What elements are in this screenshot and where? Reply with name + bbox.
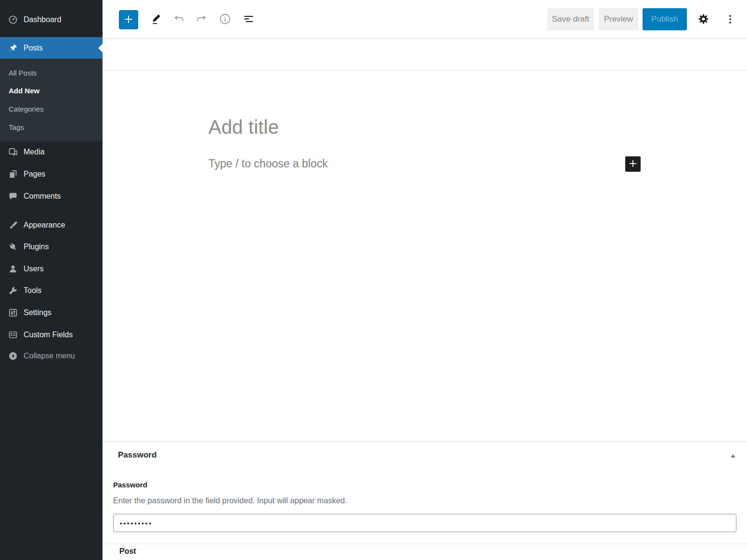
edit-mode-button[interactable] [149,13,162,26]
settings-gear-icon [697,13,710,27]
save-draft-button[interactable]: Save draft [547,8,594,30]
sidebar-item-label: Custom Fields [24,331,73,339]
add-block-button[interactable] [119,10,138,29]
redo-button[interactable] [195,13,207,26]
sidebar-item-appearance[interactable]: Appearance [0,214,103,236]
plug-icon [8,242,18,252]
pushpin-icon [8,43,18,53]
posts-submenu: All Posts Add New Categories Tags [0,59,103,141]
editor-content: Save draft Preview Publish Add title Typ… [103,0,747,560]
table-icon [8,330,18,340]
sidebar-item-label: Appearance [24,221,65,229]
submenu-item-label: Categories [9,105,44,113]
sidebar-item-collapse-menu[interactable]: Collapse menu [0,345,103,367]
collapse-triangle-icon [731,454,735,458]
sidebar-item-media[interactable]: Media [0,141,103,163]
password-field-label: Password [113,481,147,489]
sidebar-item-label: Settings [24,308,52,317]
comment-bubble-icon [8,191,18,202]
collapse-panel-button[interactable] [728,450,738,461]
options-ellipsis-icon [724,13,736,27]
sidebar-item-label: Plugins [24,242,49,251]
sidebar-item-comments[interactable]: Comments [0,185,103,207]
password-field-description: Enter the password in the field provided… [113,496,347,505]
sidebar-item-pages[interactable]: Pages [0,163,103,185]
publish-button[interactable]: Publish [643,8,687,30]
sidebar-item-label: Tools [24,286,41,295]
user-icon [8,264,18,274]
sidebar-item-label: Dashboard [24,15,61,24]
sidebar-item-label: Users [24,265,44,273]
edit-pencil-icon [149,13,162,27]
sidebar-item-label: Pages [24,170,45,178]
panel-divider [103,544,747,544]
sidebar-item-dashboard[interactable]: Dashboard [0,9,103,30]
info-icon [219,13,232,27]
details-button[interactable] [219,13,231,26]
submenu-item-categories[interactable]: Categories [0,102,103,116]
post-panel-title: Post [119,547,136,556]
submenu-item-label: Add New [9,87,39,95]
collapse-arrow-icon [8,351,18,361]
undo-icon [172,13,186,27]
sliders-icon [8,307,18,318]
wrench-icon [8,285,18,296]
sidebar-item-posts[interactable]: Posts [0,37,103,59]
block-placeholder-text[interactable]: Type / to choose a block [208,157,328,170]
submenu-item-label: All Posts [9,69,37,77]
media-icon [8,147,18,157]
submenu-item-add-new[interactable]: Add New [0,83,103,98]
list-view-button[interactable] [242,13,255,26]
metabox-divider [103,441,747,442]
sidebar-item-label: Posts [24,44,43,52]
dashboard-gauge-icon [8,14,18,25]
block-inserter-button[interactable] [625,156,641,172]
settings-button[interactable] [697,13,709,26]
submenu-item-tags[interactable]: Tags [0,120,103,134]
submenu-item-label: Tags [9,123,24,131]
add-block-icon [123,13,134,26]
password-input[interactable] [113,514,736,532]
wordpress-post-editor: Dashboard Posts All Posts Add New Catego… [0,0,747,560]
undo-button[interactable] [173,13,185,26]
password-panel-title: Password [118,450,156,460]
document-header-spacer [103,39,747,71]
post-title-input[interactable]: Add title [208,116,279,138]
options-button[interactable] [724,13,736,26]
plus-icon [627,158,639,171]
pages-icon [8,169,18,179]
paintbrush-icon [8,220,18,230]
sidebar-item-users[interactable]: Users [0,258,103,280]
editor-toolbar: Save draft Preview Publish [103,0,747,39]
sidebar-item-label: Comments [24,192,61,201]
submenu-item-all-posts[interactable]: All Posts [0,65,103,80]
sidebar-item-label: Media [24,148,45,156]
sidebar-item-label: Collapse menu [24,352,75,360]
list-view-icon [242,13,255,27]
sidebar-item-custom-fields[interactable]: Custom Fields [0,324,103,345]
redo-icon [194,13,208,27]
preview-button[interactable]: Preview [599,8,638,30]
admin-sidebar: Dashboard Posts All Posts Add New Catego… [0,0,103,560]
sidebar-item-plugins[interactable]: Plugins [0,236,103,257]
sidebar-item-tools[interactable]: Tools [0,280,103,301]
sidebar-item-settings[interactable]: Settings [0,302,103,323]
